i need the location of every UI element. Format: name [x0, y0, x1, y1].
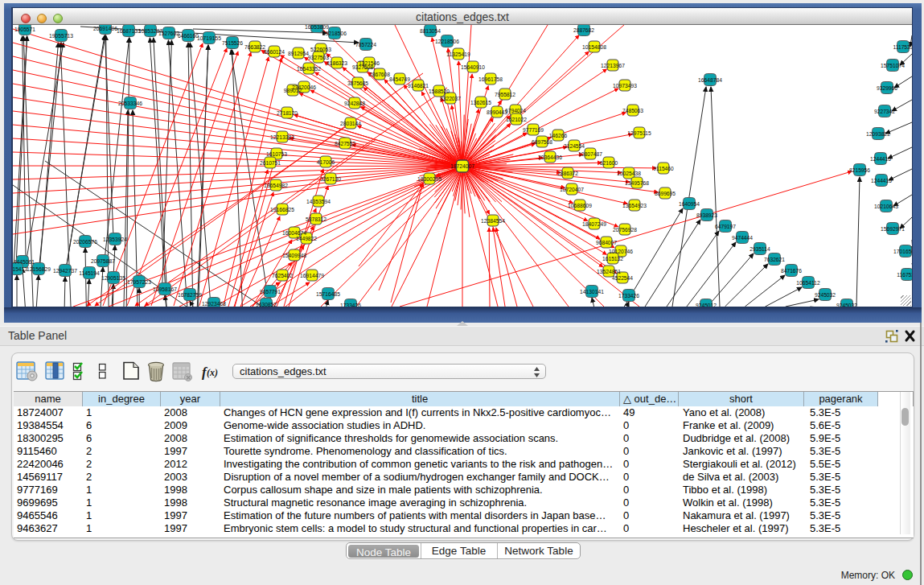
- svg-text:1321546: 1321546: [359, 60, 380, 66]
- svg-text:15751074: 15751074: [881, 63, 905, 68]
- svg-text:10958167: 10958167: [153, 286, 177, 292]
- svg-text:10688609: 10688609: [568, 203, 592, 208]
- svg-text:9245032: 9245032: [815, 292, 836, 298]
- svg-text:10120746: 10120746: [609, 249, 633, 254]
- svg-text:19218506: 19218506: [322, 31, 347, 36]
- svg-text:16004674: 16004674: [282, 230, 306, 236]
- svg-text:1145194: 1145194: [79, 270, 100, 276]
- svg-text:9146821: 9146821: [408, 83, 429, 89]
- svg-text:2610751: 2610751: [260, 160, 281, 166]
- svg-text:5878312: 5878312: [306, 216, 326, 222]
- svg-text:16053809: 16053809: [305, 25, 329, 30]
- svg-text:2886372: 2886372: [557, 171, 578, 176]
- svg-text:10720407: 10720407: [560, 187, 584, 192]
- svg-text:14130141: 14130141: [580, 289, 604, 295]
- svg-text:9245032: 9245032: [836, 303, 857, 307]
- svg-text:20533346: 20533346: [118, 101, 142, 106]
- svg-text:1640954: 1640954: [679, 201, 700, 207]
- svg-text:8427552: 8427552: [335, 141, 355, 146]
- svg-text:9227342: 9227342: [874, 109, 895, 114]
- svg-text:6479197: 6479197: [715, 224, 736, 229]
- svg-text:989012: 989012: [284, 88, 302, 93]
- svg-text:9329966: 9329966: [877, 85, 897, 91]
- svg-text:13975115: 13975115: [627, 130, 651, 136]
- svg-text:19166825: 19166825: [270, 207, 294, 212]
- svg-text:9242848: 9242848: [344, 101, 365, 106]
- svg-text:7632621: 7632621: [764, 257, 785, 262]
- svg-text:3124554: 3124554: [564, 143, 585, 149]
- svg-text:20691406: 20691406: [93, 26, 117, 31]
- svg-text:1527602: 1527602: [158, 31, 179, 36]
- svg-text:2935114: 2935114: [749, 246, 770, 252]
- svg-text:20975887: 20975887: [91, 258, 115, 264]
- svg-text:18724007: 18724007: [450, 163, 474, 169]
- svg-text:13524851: 13524851: [597, 269, 621, 274]
- svg-text:15409948: 15409948: [282, 253, 306, 258]
- svg-text:13654923: 13654923: [622, 203, 647, 208]
- svg-text:1733426: 1733426: [340, 303, 361, 307]
- svg-text:17016504: 17016504: [893, 249, 912, 254]
- svg-text:15692971: 15692971: [881, 226, 905, 232]
- svg-text:6794024: 6794024: [505, 108, 526, 113]
- svg-text:1733426: 1733426: [618, 293, 639, 299]
- svg-text:12353924: 12353924: [103, 237, 127, 242]
- svg-text:3915413: 3915413: [13, 266, 27, 272]
- svg-text:8813054: 8813054: [420, 28, 441, 34]
- svg-text:1615132: 1615132: [602, 256, 623, 262]
- svg-text:18300295: 18300295: [417, 176, 441, 182]
- svg-text:19654982: 19654982: [264, 183, 288, 188]
- svg-text:20206576: 20206576: [73, 239, 97, 245]
- svg-text:146266: 146266: [549, 133, 568, 138]
- svg-text:8660124: 8660124: [264, 49, 285, 55]
- svg-text:8912954: 8912954: [288, 51, 309, 56]
- svg-text:1610753: 1610753: [266, 151, 287, 157]
- svg-text:14445061: 14445061: [13, 259, 35, 265]
- svg-text:9657791: 9657791: [260, 289, 281, 295]
- svg-text:14353594: 14353594: [306, 199, 331, 204]
- svg-text:16961758: 16961758: [478, 76, 503, 82]
- svg-text:(x): (x): [207, 367, 218, 378]
- svg-text:9327503: 9327503: [308, 55, 329, 60]
- svg-text:1449822: 1449822: [296, 236, 317, 241]
- svg-text:15640910: 15640910: [461, 64, 485, 70]
- svg-text:9777169: 9777169: [523, 127, 544, 133]
- svg-text:621600: 621600: [600, 160, 618, 166]
- svg-text:12384554: 12384554: [481, 218, 505, 224]
- svg-text:2867608: 2867608: [369, 72, 390, 77]
- svg-text:12923468: 12923468: [202, 301, 226, 307]
- svg-text:8322037: 8322037: [440, 96, 461, 101]
- svg-text:20364436: 20364436: [538, 154, 562, 160]
- svg-text:10807487: 10807487: [578, 151, 602, 157]
- svg-text:1244415: 1244415: [870, 156, 891, 162]
- svg-text:16914479: 16914479: [300, 273, 324, 278]
- svg-text:9630852: 9630852: [256, 302, 277, 307]
- svg-text:2803144: 2803144: [340, 121, 361, 126]
- svg-text:8215956: 8215956: [849, 167, 870, 173]
- svg-text:9115460: 9115460: [653, 166, 674, 171]
- svg-text:19055713: 19055713: [49, 33, 73, 39]
- svg-text:6466160: 6466160: [178, 33, 199, 39]
- svg-text:9684007: 9684007: [596, 240, 617, 245]
- svg-text:3875685: 3875685: [347, 80, 368, 86]
- svg-text:10654112: 10654112: [796, 280, 820, 286]
- svg-text:13495768: 13495768: [625, 180, 649, 186]
- svg-text:7857224: 7857224: [355, 42, 376, 47]
- svg-text:6897568: 6897568: [532, 139, 552, 145]
- svg-text:20756928: 20756928: [613, 227, 637, 233]
- svg-text:8471676: 8471676: [781, 268, 802, 274]
- svg-text:12093822: 12093822: [866, 131, 890, 137]
- svg-text:7515526: 7515526: [222, 40, 243, 46]
- svg-text:2887682: 2887682: [573, 27, 594, 33]
- svg-text:10719155: 10719155: [197, 35, 221, 41]
- svg-text:12905135: 12905135: [101, 275, 125, 281]
- svg-text:11325419: 11325419: [446, 51, 470, 57]
- svg-text:16782759: 16782759: [178, 292, 202, 298]
- svg-text:12942737: 12942737: [53, 268, 77, 274]
- svg-text:12218506: 12218506: [435, 39, 459, 44]
- svg-text:4522544: 4522544: [612, 275, 633, 281]
- svg-text:7485063: 7485063: [622, 108, 643, 113]
- svg-text:18407249: 18407249: [582, 221, 606, 227]
- svg-text:17957223: 17957223: [127, 279, 151, 285]
- svg-text:1905571: 1905571: [14, 27, 35, 32]
- svg-text:1362615: 1362615: [470, 100, 491, 105]
